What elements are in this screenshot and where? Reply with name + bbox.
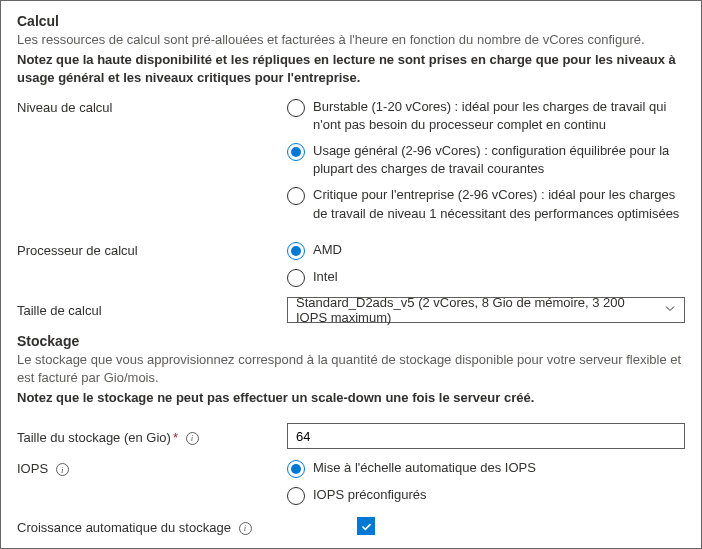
tier-business-radio[interactable]: Critique pour l'entreprise (2-96 vCores)… — [287, 186, 685, 222]
radio-icon — [287, 187, 305, 205]
autogrow-label: Croissance automatique du stockage — [17, 520, 231, 535]
processor-intel-label: Intel — [313, 268, 338, 286]
compute-note: Notez que la haute disponibilité et les … — [17, 51, 685, 87]
required-asterisk: * — [173, 430, 178, 445]
info-icon[interactable]: i — [186, 432, 199, 445]
radio-icon — [287, 460, 305, 478]
iops-label: IOPS — [17, 461, 48, 476]
tier-burstable-radio[interactable]: Burstable (1-20 vCores) : idéal pour les… — [287, 98, 685, 134]
autogrow-checkbox[interactable] — [357, 517, 375, 535]
radio-icon — [287, 487, 305, 505]
radio-icon — [287, 242, 305, 260]
storage-desc: Le stockage que vous approvisionnez corr… — [17, 351, 685, 387]
tier-burstable-label: Burstable (1-20 vCores) : idéal pour les… — [313, 98, 685, 134]
iops-row: IOPS i Mise à l'échelle automatique des … — [17, 459, 685, 505]
info-icon[interactable]: i — [56, 463, 69, 476]
storage-note: Notez que le stockage ne peut pas effect… — [17, 389, 685, 407]
compute-storage-panel: Calcul Les ressources de calcul sont pré… — [0, 0, 702, 549]
storage-size-row: Taille du stockage (en Gio)* i — [17, 423, 685, 449]
iops-label-wrap: IOPS i — [17, 459, 287, 476]
storage-size-input[interactable] — [287, 423, 685, 449]
chevron-down-icon — [664, 302, 676, 317]
storage-size-label-wrap: Taille du stockage (en Gio)* i — [17, 428, 287, 445]
compute-tier-options: Burstable (1-20 vCores) : idéal pour les… — [287, 98, 685, 231]
iops-auto-label: Mise à l'échelle automatique des IOPS — [313, 459, 536, 477]
autogrow-row: Croissance automatique du stockage i — [17, 517, 685, 535]
radio-icon — [287, 99, 305, 117]
tier-general-label: Usage général (2-96 vCores) : configurat… — [313, 142, 685, 178]
processor-intel-radio[interactable]: Intel — [287, 268, 685, 287]
check-icon — [360, 520, 373, 533]
compute-tier-label: Niveau de calcul — [17, 98, 287, 115]
compute-size-value: Standard_D2ads_v5 (2 vCores, 8 Gio de mé… — [296, 295, 656, 325]
compute-desc: Les ressources de calcul sont pré-alloué… — [17, 31, 685, 49]
storage-heading: Stockage — [17, 333, 685, 349]
tier-business-label: Critique pour l'entreprise (2-96 vCores)… — [313, 186, 685, 222]
iops-pre-radio[interactable]: IOPS préconfigurés — [287, 486, 685, 505]
processor-amd-radio[interactable]: AMD — [287, 241, 685, 260]
compute-processor-options: AMD Intel — [287, 241, 685, 287]
compute-processor-label: Processeur de calcul — [17, 241, 287, 258]
info-icon[interactable]: i — [239, 522, 252, 535]
tier-general-radio[interactable]: Usage général (2-96 vCores) : configurat… — [287, 142, 685, 178]
compute-size-row: Taille de calcul Standard_D2ads_v5 (2 vC… — [17, 297, 685, 323]
processor-amd-label: AMD — [313, 241, 342, 259]
iops-pre-label: IOPS préconfigurés — [313, 486, 426, 504]
compute-processor-row: Processeur de calcul AMD Intel — [17, 241, 685, 287]
compute-tier-row: Niveau de calcul Burstable (1-20 vCores)… — [17, 98, 685, 231]
autogrow-label-wrap: Croissance automatique du stockage i — [17, 518, 357, 535]
compute-size-label: Taille de calcul — [17, 301, 287, 318]
radio-icon — [287, 269, 305, 287]
radio-icon — [287, 143, 305, 161]
compute-heading: Calcul — [17, 13, 685, 29]
iops-options: Mise à l'échelle automatique des IOPS IO… — [287, 459, 685, 505]
compute-size-select[interactable]: Standard_D2ads_v5 (2 vCores, 8 Gio de mé… — [287, 297, 685, 323]
iops-auto-radio[interactable]: Mise à l'échelle automatique des IOPS — [287, 459, 685, 478]
storage-size-label: Taille du stockage (en Gio) — [17, 430, 171, 445]
